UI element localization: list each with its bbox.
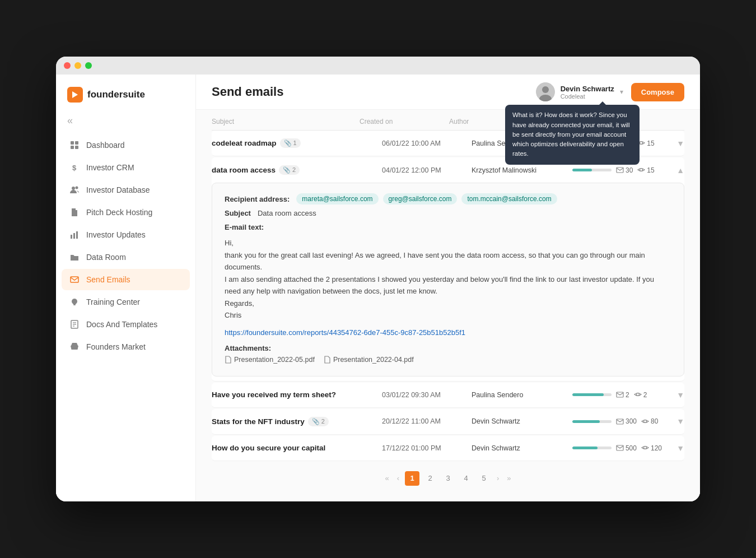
email-subject: Stats for the NFT industry📎 2 bbox=[212, 417, 382, 426]
sidebar-item-investor-crm[interactable]: $Investor CRM bbox=[62, 157, 190, 178]
svg-rect-4 bbox=[75, 146, 78, 149]
progress-bar bbox=[572, 393, 612, 396]
top-bar-right: What is it? How does it work? Since you … bbox=[536, 82, 684, 101]
sidebar-item-label: Investor Updates bbox=[86, 230, 146, 239]
progress-bar bbox=[572, 447, 612, 449]
email-subject: How do you secure your capital bbox=[212, 444, 382, 452]
page-1[interactable]: 1 bbox=[405, 471, 419, 486]
doc-icon bbox=[69, 319, 80, 329]
sidebar-item-docs-templates[interactable]: Docs And Templates bbox=[62, 314, 190, 335]
sent-count: 500 bbox=[616, 444, 637, 452]
page-5[interactable]: 5 bbox=[477, 471, 491, 486]
email-author: Devin Schwartz bbox=[472, 417, 572, 425]
recipient-line: Recipient address: mareta@sailsforce.com… bbox=[225, 193, 671, 204]
app-window: foundersuite « Dashboard$Investor CRMInv… bbox=[56, 57, 700, 501]
app-body: foundersuite « Dashboard$Investor CRMInv… bbox=[56, 75, 700, 501]
users-icon bbox=[69, 185, 80, 195]
minimize-dot[interactable] bbox=[74, 62, 81, 69]
top-bar: Send emails What is it? How does it work… bbox=[196, 75, 700, 110]
back-button[interactable]: « bbox=[56, 113, 195, 134]
user-name: Devin Schwartz bbox=[561, 85, 614, 93]
avatar bbox=[536, 82, 555, 101]
email-subject: data room access📎 2 bbox=[212, 165, 382, 175]
stats-cell: 2 2 bbox=[572, 391, 662, 399]
prev-page-arrow[interactable]: ‹ bbox=[395, 474, 402, 482]
stats-cell: 300 80 bbox=[572, 417, 662, 425]
row-chevron-icon[interactable]: ▼ bbox=[662, 444, 684, 453]
sidebar-item-training-center[interactable]: Training Center bbox=[62, 291, 190, 313]
col-subject: Subject bbox=[212, 118, 360, 125]
row-chevron-icon[interactable]: ▲ bbox=[662, 166, 684, 175]
recipient-chip: tom.mccain@sailsforce.com bbox=[461, 193, 557, 204]
attachments-label: Attachments: bbox=[225, 344, 671, 352]
progress-bar bbox=[572, 420, 612, 423]
close-dot[interactable] bbox=[64, 62, 71, 69]
row-chevron-icon[interactable]: ▼ bbox=[662, 417, 684, 426]
email-subject: codeleat roadmap📎 1 bbox=[212, 138, 382, 148]
progress-fill bbox=[572, 169, 592, 171]
sidebar-item-label: Data Room bbox=[86, 253, 126, 262]
sidebar-item-pitch-deck-hosting[interactable]: Pitch Deck Hosting bbox=[62, 202, 190, 223]
svg-rect-3 bbox=[71, 146, 74, 149]
email-author: Paulina Sendero bbox=[472, 391, 572, 399]
tooltip-bubble: What is it? How does it work? Since you … bbox=[505, 105, 640, 164]
user-company: Codeleat bbox=[561, 93, 614, 100]
recipient-chip: mareta@sailsforce.com bbox=[296, 193, 378, 204]
attachment-badge: 📎 2 bbox=[308, 417, 329, 426]
sidebar-item-investor-database[interactable]: Investor Database bbox=[62, 179, 190, 201]
svg-rect-12 bbox=[73, 304, 76, 305]
sent-count: 2 bbox=[616, 391, 629, 399]
sidebar-item-data-room[interactable]: Data Room bbox=[62, 247, 190, 268]
opened-count: 15 bbox=[637, 166, 654, 174]
attachment-file: Presentation_2022-05.pdf bbox=[225, 356, 315, 364]
sent-count: 30 bbox=[616, 166, 633, 174]
first-page-arrow[interactable]: « bbox=[382, 474, 391, 482]
email-row-main-3[interactable]: Have you received my term sheet? 03/01/2… bbox=[212, 383, 684, 407]
row-chevron-icon[interactable]: ▼ bbox=[662, 390, 684, 399]
col-action bbox=[640, 118, 684, 125]
email-row-main-4[interactable]: Stats for the NFT industry📎 2 20/12/22 1… bbox=[212, 409, 684, 434]
page-3[interactable]: 3 bbox=[441, 471, 455, 486]
logo-icon bbox=[67, 87, 83, 103]
email-link[interactable]: https://foundersuite.com/reports/4435476… bbox=[225, 328, 465, 337]
last-page-arrow[interactable]: » bbox=[505, 474, 513, 482]
sidebar-item-label: Pitch Deck Hosting bbox=[86, 208, 152, 217]
svg-rect-10 bbox=[76, 231, 78, 239]
sidebar-nav: Dashboard$Investor CRMInvestor DatabaseP… bbox=[56, 134, 195, 357]
svg-marker-0 bbox=[72, 91, 78, 98]
opened-count: 120 bbox=[641, 444, 662, 452]
email-subject: Have you received my term sheet? bbox=[212, 390, 382, 399]
sent-count: 300 bbox=[616, 417, 637, 425]
row-chevron-icon[interactable]: ▼ bbox=[662, 139, 684, 148]
next-page-arrow[interactable]: › bbox=[494, 474, 501, 482]
logo-text: foundersuite bbox=[87, 89, 145, 100]
compose-button[interactable]: Compose bbox=[631, 83, 684, 101]
stats-cell: 30 15 bbox=[572, 166, 662, 174]
email-row-main-5[interactable]: How do you secure your capital 17/12/22 … bbox=[212, 436, 684, 461]
mail-icon bbox=[69, 275, 80, 285]
email-row: Stats for the NFT industry📎 2 20/12/22 1… bbox=[212, 409, 684, 435]
email-date: 17/12/22 01:00 PM bbox=[382, 444, 472, 452]
page-4[interactable]: 4 bbox=[459, 471, 473, 486]
body-label: E-mail text: bbox=[225, 223, 671, 231]
email-date: 20/12/22 11:00 AM bbox=[382, 417, 472, 425]
svg-point-23 bbox=[640, 169, 643, 171]
user-info[interactable]: Devin Schwartz Codeleat ▾ bbox=[536, 82, 623, 101]
window-chrome bbox=[56, 57, 700, 75]
sidebar-item-dashboard[interactable]: Dashboard bbox=[62, 134, 190, 156]
stats-cell: 500 120 bbox=[572, 444, 662, 452]
maximize-dot[interactable] bbox=[85, 62, 92, 69]
attachments-section: Attachments: Presentation_2022-05.pdf Pr… bbox=[225, 344, 671, 366]
attachment-file: Presentation_2022-04.pdf bbox=[324, 356, 414, 364]
grid-icon bbox=[69, 140, 80, 150]
svg-point-6 bbox=[72, 187, 75, 190]
email-detail: Recipient address: mareta@sailsforce.com… bbox=[212, 183, 684, 376]
subject-line: Subject Data room access bbox=[225, 209, 671, 217]
sidebar-item-send-emails[interactable]: Send Emails bbox=[62, 269, 190, 290]
svg-text:$: $ bbox=[72, 164, 77, 172]
sidebar-item-founders-market[interactable]: Founders Market bbox=[62, 336, 190, 357]
svg-point-7 bbox=[76, 187, 78, 189]
page-2[interactable]: 2 bbox=[423, 471, 437, 486]
sidebar-item-label: Docs And Templates bbox=[86, 320, 157, 329]
sidebar-item-investor-updates[interactable]: Investor Updates bbox=[62, 224, 190, 245]
